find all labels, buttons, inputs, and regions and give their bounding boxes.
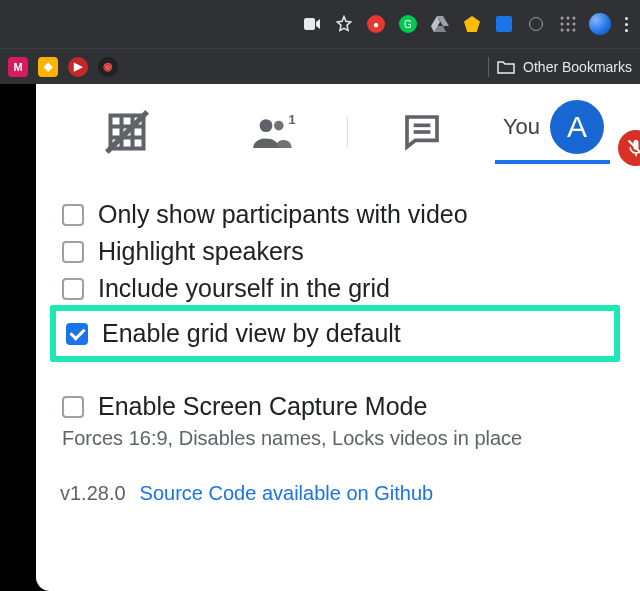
option-label: Enable Screen Capture Mode bbox=[98, 392, 427, 421]
option-label: Enable grid view by default bbox=[102, 319, 401, 348]
bookmark-icon-4[interactable]: ◉ bbox=[98, 57, 118, 77]
ext-blue-icon[interactable] bbox=[493, 13, 515, 35]
bookmark-icon-3[interactable]: ▶ bbox=[68, 57, 88, 77]
you-label: You bbox=[503, 114, 540, 140]
avatar-letter: A bbox=[567, 110, 587, 144]
source-code-link[interactable]: Source Code available on Github bbox=[140, 482, 434, 505]
svg-point-3 bbox=[573, 17, 576, 20]
tab-row: 1 You A bbox=[36, 88, 640, 176]
browser-toolbar: ● G bbox=[0, 0, 640, 48]
folder-icon bbox=[497, 59, 515, 75]
option-label: Highlight speakers bbox=[98, 237, 304, 266]
ext-yellow-icon[interactable] bbox=[461, 13, 483, 35]
checkbox[interactable] bbox=[62, 396, 84, 418]
apps-grid-icon[interactable] bbox=[557, 13, 579, 35]
svg-point-17 bbox=[274, 121, 284, 131]
options-list: Only show participants with video Highli… bbox=[36, 176, 640, 460]
svg-point-6 bbox=[573, 23, 576, 26]
svg-point-5 bbox=[567, 23, 570, 26]
svg-point-1 bbox=[561, 17, 564, 20]
page-area: 1 You A Only sh bbox=[0, 84, 640, 591]
tab-you[interactable]: You A bbox=[495, 100, 610, 164]
tab-chat[interactable] bbox=[348, 112, 495, 152]
svg-point-2 bbox=[567, 17, 570, 20]
svg-text:1: 1 bbox=[288, 112, 295, 127]
divider bbox=[488, 57, 489, 77]
svg-point-16 bbox=[260, 119, 273, 132]
svg-point-8 bbox=[567, 29, 570, 32]
option-description: Forces 16:9, Disables names, Locks video… bbox=[56, 427, 620, 450]
option-include-yourself[interactable]: Include yourself in the grid bbox=[56, 270, 620, 307]
profile-avatar-icon[interactable] bbox=[589, 13, 611, 35]
highlighted-option: Enable grid view by default bbox=[50, 305, 620, 362]
checkbox[interactable] bbox=[62, 278, 84, 300]
star-icon[interactable] bbox=[333, 13, 355, 35]
mic-muted-icon[interactable] bbox=[618, 130, 640, 166]
bookmarks-bar: M ◆ ▶ ◉ Other Bookmarks bbox=[0, 48, 640, 84]
tab-grid-off[interactable] bbox=[54, 110, 201, 154]
ext-drive-icon[interactable] bbox=[429, 13, 451, 35]
checkbox-checked[interactable] bbox=[66, 323, 88, 345]
svg-rect-0 bbox=[304, 18, 315, 30]
avatar: A bbox=[550, 100, 604, 154]
svg-point-9 bbox=[573, 29, 576, 32]
checkbox[interactable] bbox=[62, 204, 84, 226]
settings-panel: 1 You A Only sh bbox=[36, 84, 640, 591]
option-only-video[interactable]: Only show participants with video bbox=[56, 196, 620, 233]
svg-point-4 bbox=[561, 23, 564, 26]
svg-line-15 bbox=[107, 112, 147, 152]
checkbox[interactable] bbox=[62, 241, 84, 263]
bookmark-icon-1[interactable]: M bbox=[8, 57, 28, 77]
bookmark-icon-2[interactable]: ◆ bbox=[38, 57, 58, 77]
ext-bulb-icon[interactable] bbox=[525, 13, 547, 35]
option-screen-capture[interactable]: Enable Screen Capture Mode bbox=[56, 388, 620, 425]
ext-green-icon[interactable]: G bbox=[397, 13, 419, 35]
option-highlight-speakers[interactable]: Highlight speakers bbox=[56, 233, 620, 270]
version-label: v1.28.0 bbox=[60, 482, 126, 505]
footer: v1.28.0 Source Code available on Github bbox=[36, 460, 640, 515]
option-label: Include yourself in the grid bbox=[98, 274, 390, 303]
overflow-menu-icon[interactable] bbox=[621, 17, 632, 32]
option-label: Only show participants with video bbox=[98, 200, 468, 229]
tab-people[interactable]: 1 bbox=[201, 112, 348, 152]
option-enable-grid-default[interactable]: Enable grid view by default bbox=[60, 315, 610, 352]
svg-point-7 bbox=[561, 29, 564, 32]
other-bookmarks-label[interactable]: Other Bookmarks bbox=[523, 59, 632, 75]
ext-red-icon[interactable]: ● bbox=[365, 13, 387, 35]
camera-icon[interactable] bbox=[301, 13, 323, 35]
